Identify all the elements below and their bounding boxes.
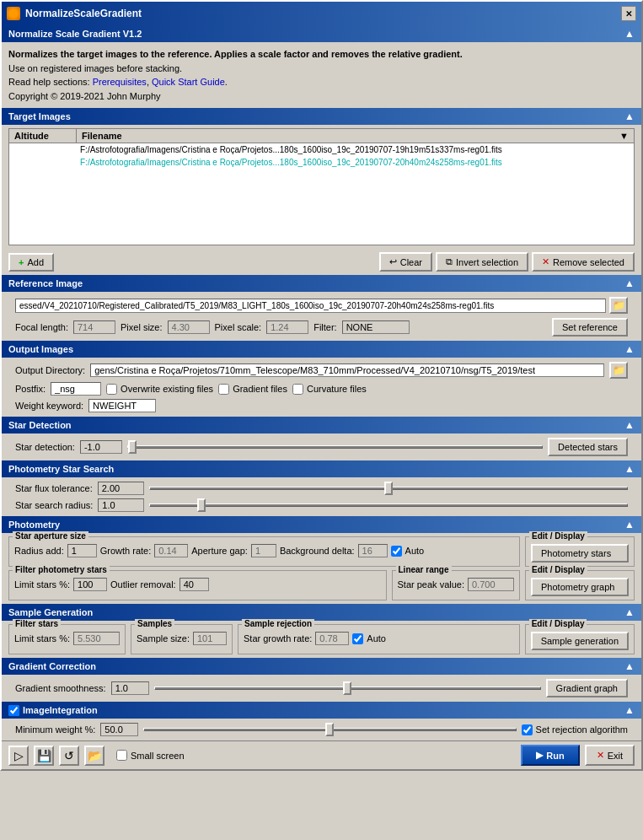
flux-tolerance-slider[interactable] (149, 487, 628, 490)
image-integration-checkbox[interactable] (8, 705, 19, 716)
clear-button[interactable]: ↩ Clear (379, 252, 432, 272)
quick-start-link[interactable]: Quick Start Guide (152, 77, 225, 87)
output-dir-browse-button[interactable]: 📁 (609, 362, 628, 379)
gradient-graph-button[interactable]: Gradient graph (546, 679, 628, 697)
description-box: Normalizes the target images to the refe… (2, 42, 641, 108)
gradient-label: Gradient files (233, 384, 287, 394)
star-growth-input[interactable] (315, 632, 349, 645)
search-radius-input[interactable] (98, 498, 144, 512)
small-screen-label[interactable]: Small screen (116, 750, 185, 761)
flux-tolerance-slider-container (149, 487, 628, 490)
weight-keyword-input[interactable] (88, 399, 156, 412)
sample-size-input[interactable] (193, 632, 227, 645)
gradient-checkbox-label[interactable]: Gradient files (218, 384, 287, 395)
target-images-collapse-arrow[interactable]: ▲ (624, 110, 635, 122)
run-button[interactable]: ▶ Run (521, 745, 579, 766)
close-button[interactable]: ✕ (621, 6, 636, 21)
linear-range-params: Star peak value: (398, 578, 515, 591)
curvature-label: Curvature files (307, 384, 367, 394)
sample-auto-label[interactable]: Auto (352, 633, 386, 644)
filter-stars-limit-input[interactable] (73, 632, 120, 645)
photometry-graph-button[interactable]: Photometry graph (531, 578, 629, 596)
reference-params-row: Focal length: Pixel size: Pixel scale: F… (8, 316, 635, 338)
header-collapse-arrow[interactable]: ▲ (624, 28, 635, 40)
aperture-gap-label: Aperture gap: (191, 546, 248, 556)
photometry-star-search-collapse-arrow[interactable]: ▲ (624, 463, 635, 475)
search-radius-slider-container (149, 503, 628, 507)
search-radius-slider[interactable] (149, 503, 628, 507)
image-integration-header: ImageIntegration ▲ (2, 702, 641, 719)
set-reference-button[interactable]: Set reference (552, 318, 628, 337)
weight-keyword-label: Weight keyword: (15, 401, 83, 411)
curvature-checkbox[interactable] (292, 384, 303, 395)
photometry-auto-label[interactable]: Auto (391, 546, 425, 557)
invert-selection-button[interactable]: ⧉ Invert selection (436, 252, 528, 272)
postfix-input[interactable] (51, 382, 101, 396)
photometry-star-search-content: Star flux tolerance: Star search radius: (2, 477, 641, 516)
gradient-correction-collapse-arrow[interactable]: ▲ (624, 660, 635, 672)
toolbar-icon-1[interactable]: ▷ (8, 746, 29, 766)
gradient-checkbox[interactable] (218, 384, 229, 395)
set-rejection-checkbox[interactable] (522, 724, 533, 735)
detected-stars-button[interactable]: Detected stars (548, 438, 628, 456)
table-row[interactable]: F:/Astrofotografia/Imagens/Cristina e Ro… (9, 156, 634, 169)
focal-length-input[interactable] (73, 320, 115, 334)
exit-button[interactable]: ✕ Exit (585, 745, 635, 766)
sample-rejection-params: Star growth rate: Auto (244, 632, 514, 645)
set-rejection-label[interactable]: Set rejection algorithm (522, 724, 628, 735)
flux-tolerance-input[interactable] (98, 482, 144, 495)
limit-stars-input[interactable] (73, 578, 107, 591)
reference-image-collapse-arrow[interactable]: ▲ (624, 277, 635, 289)
star-detection-input[interactable] (80, 440, 122, 454)
star-detection-slider[interactable] (127, 445, 543, 449)
min-weight-slider[interactable] (143, 728, 516, 731)
image-integration-label[interactable]: ImageIntegration (8, 705, 98, 716)
toolbar-icon-2[interactable]: 💾 (34, 746, 54, 766)
add-button[interactable]: + Add (8, 253, 54, 272)
plus-icon: + (19, 257, 24, 267)
radius-add-input[interactable] (67, 544, 97, 557)
gradient-correction-header: Gradient Correction ▲ (2, 658, 641, 675)
table-row[interactable]: F:/Astrofotografia/Imagens/Cristina e Ro… (9, 143, 634, 156)
photometry-star-search-title: Photometry Star Search (8, 464, 114, 474)
curvature-checkbox-label[interactable]: Curvature files (292, 384, 367, 395)
filter-stars-group-label: Filter stars (13, 619, 61, 628)
small-screen-checkbox[interactable] (116, 750, 127, 761)
toolbar-icon-3[interactable]: ↺ (59, 746, 79, 766)
prerequisites-link[interactable]: Prerequisites (93, 77, 147, 87)
min-weight-input[interactable] (100, 723, 138, 736)
gradient-smoothness-input[interactable] (111, 681, 149, 695)
image-integration-collapse-arrow[interactable]: ▲ (624, 704, 635, 716)
toolbar-icon-4[interactable]: 📂 (84, 746, 104, 766)
radius-add-label: Radius add: (14, 546, 64, 556)
photometry-star-search-header: Photometry Star Search ▲ (2, 460, 641, 477)
star-aperture-edit-display-label: Edit / Display (529, 531, 587, 541)
output-images-collapse-arrow[interactable]: ▲ (624, 343, 635, 355)
pixel-size-label: Pixel size: (121, 322, 163, 332)
photometry-auto-checkbox[interactable] (391, 546, 402, 557)
sample-generation-collapse-arrow[interactable]: ▲ (624, 606, 635, 618)
aperture-gap-input[interactable] (251, 544, 276, 557)
star-detection-collapse-arrow[interactable]: ▲ (624, 419, 635, 431)
outlier-removal-input[interactable] (180, 578, 209, 591)
sample-auto-checkbox[interactable] (352, 633, 363, 644)
overwrite-checkbox-label[interactable]: Overwrite existing files (106, 384, 213, 395)
filter-input[interactable] (342, 320, 410, 334)
remove-selected-button[interactable]: ✕ Remove selected (532, 252, 635, 272)
pixel-scale-input[interactable] (266, 320, 308, 334)
output-dir-label: Output Directory: (15, 365, 85, 375)
star-peak-input[interactable] (468, 578, 514, 591)
col-filename-header: Filename ▼ (77, 129, 634, 143)
output-dir-input[interactable] (90, 363, 604, 377)
reference-browse-button[interactable]: 📁 (609, 297, 628, 314)
sample-generation-button[interactable]: Sample generation (531, 632, 629, 650)
photometry-stars-button[interactable]: Photometry stars (531, 544, 629, 563)
output-images-content: Output Directory: 📁 Postfix: Overwrite e… (2, 358, 641, 417)
growth-rate-input[interactable] (154, 544, 188, 557)
focal-length-label: Focal length: (15, 322, 68, 332)
gradient-smoothness-slider[interactable] (154, 687, 541, 690)
background-delta-input[interactable] (358, 544, 388, 557)
overwrite-checkbox[interactable] (106, 384, 117, 395)
photometry-collapse-arrow[interactable]: ▲ (624, 519, 635, 530)
pixel-size-input[interactable] (168, 320, 210, 334)
